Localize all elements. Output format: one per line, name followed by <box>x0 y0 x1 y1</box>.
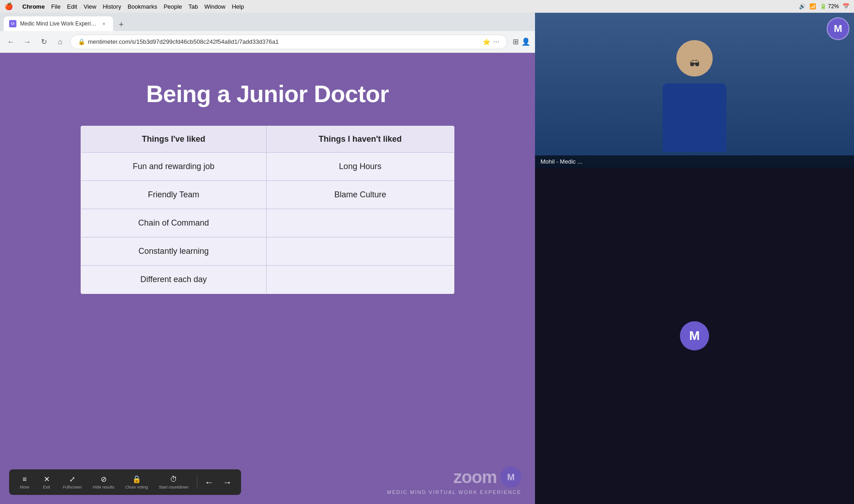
slide-title: Being a Junior Doctor <box>146 80 389 108</box>
address-bar-row: ← → ↻ ⌂ 🔒 mentimeter.com/s/15b3d97d299cf… <box>0 31 535 53</box>
menu-chrome[interactable]: Chrome <box>22 3 45 10</box>
menu-items: Chrome File Edit View History Bookmarks … <box>22 3 244 10</box>
fullscreen-label: Fullscreen <box>63 485 82 489</box>
liked-cell: Friendly Team <box>81 181 267 209</box>
url-text: mentimeter.com/s/15b3d97d299cfd46cb508c2… <box>88 38 480 45</box>
active-tab[interactable]: M Medic Mind Live Work Experie… × <box>4 16 113 31</box>
not-liked-cell: Blame Culture <box>266 181 454 209</box>
presentation-area: Being a Junior Doctor Things I've liked … <box>0 53 535 504</box>
not-liked-cell <box>266 237 454 266</box>
browser-window: M Medic Mind Live Work Experie… × + ← → … <box>0 13 535 504</box>
liked-cell: Constantly learning <box>81 237 267 266</box>
hide-results-button[interactable]: ⊘ Hide results <box>88 472 119 492</box>
address-bar-icons: ⭐ ⋯ <box>483 38 499 46</box>
back-button[interactable]: ← <box>5 36 17 48</box>
liked-cell: Chain of Command <box>81 209 267 237</box>
tab-close-button[interactable]: × <box>100 20 108 27</box>
self-avatar: M <box>680 321 709 350</box>
apple-logo-icon: 🍎 <box>5 2 13 10</box>
prev-slide-button[interactable]: ← <box>201 474 217 490</box>
home-button[interactable]: ⌂ <box>54 36 67 48</box>
tab-favicon: M <box>9 20 16 27</box>
system-tray: 🔊 📶 🔋 72% 📅 <box>799 3 849 10</box>
person-body <box>663 83 726 152</box>
menu-history[interactable]: History <box>103 3 121 10</box>
fullscreen-button[interactable]: ⤢ Fullscreen <box>58 472 87 492</box>
menu-view[interactable]: View <box>83 3 96 10</box>
fullscreen-icon: ⤢ <box>69 475 75 483</box>
zoom-rest-panel: M <box>535 168 854 504</box>
glasses-icon: 🕶 <box>689 58 700 70</box>
comparison-table: Things I've liked Things I haven't liked… <box>81 126 454 294</box>
extension-icons: ⊞ 👤 <box>513 37 530 46</box>
table-row: Chain of Command <box>81 209 454 237</box>
zoom-avatar: M <box>500 467 521 488</box>
hide-results-label: Hide results <box>93 485 115 489</box>
menu-window[interactable]: Window <box>204 3 225 10</box>
participant-name: Mohil - Medic ... <box>540 158 582 165</box>
video-participant: 🕶 Mohil - Medic ... M <box>535 13 854 168</box>
table-row: Different each day <box>81 266 454 294</box>
participant-name-bar: Mohil - Medic ... <box>535 155 854 168</box>
menu-people[interactable]: People <box>164 3 182 10</box>
tab-title: Medic Mind Live Work Experie… <box>20 21 97 27</box>
new-tab-button[interactable]: + <box>115 18 128 31</box>
not-liked-cell <box>266 266 454 294</box>
not-liked-cell <box>266 209 454 237</box>
not-liked-cell: Long Hours <box>266 153 454 181</box>
reload-button[interactable]: ↻ <box>37 36 50 48</box>
participant-avatar: M <box>827 17 849 40</box>
tab-bar: M Medic Mind Live Work Experie… × + <box>0 13 535 31</box>
close-voting-label: Close voting <box>125 485 148 489</box>
menu-file[interactable]: File <box>51 3 61 10</box>
menu-help[interactable]: Help <box>232 3 244 10</box>
table-row: Constantly learning <box>81 237 454 266</box>
menu-edit[interactable]: Edit <box>67 3 77 10</box>
zoom-watermark: zoom M MEDIC MIND VIRTUAL WORK EXPERIENC… <box>387 467 521 495</box>
menu-tab[interactable]: Tab <box>188 3 198 10</box>
exit-icon: ✕ <box>44 475 50 483</box>
countdown-icon: ⏱ <box>170 475 177 483</box>
bottom-toolbar: ≡ More ✕ Exit ⤢ Fullscreen ⊘ Hide result… <box>9 469 241 495</box>
start-countdown-label: Start countdown <box>159 485 189 489</box>
more-icon: ≡ <box>22 475 26 483</box>
exit-label: Exit <box>43 485 50 489</box>
table-row: Fun and rewarding job Long Hours <box>81 153 454 181</box>
liked-cell: Different each day <box>81 266 267 294</box>
hide-results-icon: ⊘ <box>101 475 107 483</box>
lock-icon: 🔒 <box>132 475 141 483</box>
forward-button[interactable]: → <box>21 36 34 48</box>
address-input[interactable]: 🔒 mentimeter.com/s/15b3d97d299cfd46cb508… <box>70 35 507 49</box>
liked-cell: Fun and rewarding job <box>81 153 267 181</box>
table-row: Friendly Team Blame Culture <box>81 181 454 209</box>
next-slide-button[interactable]: → <box>219 474 236 490</box>
exit-button[interactable]: ✕ Exit <box>36 472 57 492</box>
menu-bookmarks[interactable]: Bookmarks <box>128 3 157 10</box>
medic-mind-label: MEDIC MIND VIRTUAL WORK EXPERIENCE <box>387 489 521 495</box>
col1-header: Things I've liked <box>81 126 267 153</box>
more-label: More <box>20 485 30 489</box>
start-countdown-button[interactable]: ⏱ Start countdown <box>154 473 193 492</box>
mac-menubar: 🍎 Chrome File Edit View History Bookmark… <box>0 0 854 13</box>
zoom-logo: zoom <box>453 468 497 487</box>
col2-header: Things I haven't liked <box>266 126 454 153</box>
toolbar-divider <box>197 475 197 489</box>
more-button[interactable]: ≡ More <box>15 473 35 492</box>
close-voting-button[interactable]: 🔒 Close voting <box>121 472 153 492</box>
participant-video: 🕶 <box>535 13 854 168</box>
zoom-panel: 🕶 Mohil - Medic ... M M <box>535 13 854 504</box>
